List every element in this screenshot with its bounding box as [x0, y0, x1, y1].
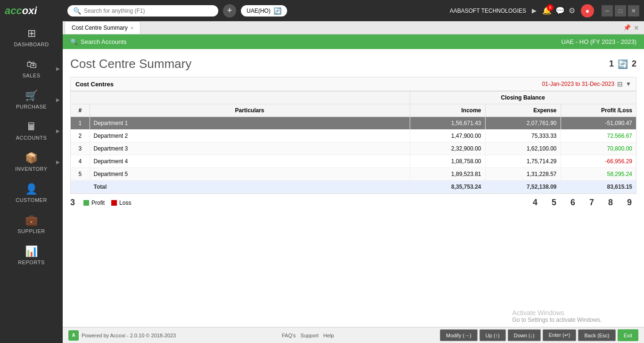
sidebar-item-supplier[interactable]: 💼 SUPPLIER: [0, 209, 63, 240]
table-row[interactable]: 3Department 32,32,900.001,62,100.0070,80…: [71, 142, 636, 155]
back-button[interactable]: Back (Esc): [578, 329, 615, 341]
up-button[interactable]: Up (↑): [479, 329, 506, 341]
customer-icon: 👤: [25, 183, 38, 195]
page-title: Cost Centre Summary: [70, 57, 191, 71]
purchase-icon: 🛒: [25, 90, 38, 102]
col-num: #: [71, 104, 90, 117]
profit-color-box: [83, 200, 89, 206]
maximize-button[interactable]: □: [615, 5, 626, 17]
content-area: Cost Centre Summary 1 🔄 2 Cost Centres 0…: [63, 49, 644, 327]
footer-num-8: 8: [608, 198, 613, 208]
faq-link[interactable]: FAQ's: [282, 333, 296, 338]
total-profit-loss: 83,615.15: [561, 181, 636, 193]
powered-by: Powered by Accoxi - 2.0.10 © 2018-2023: [82, 333, 176, 338]
tab-cost-centre-summary[interactable]: Cost Centre Summary ×: [65, 21, 140, 34]
marker-1: 1: [609, 59, 614, 69]
sidebar-item-label: PURCHASE: [16, 104, 47, 109]
window-area: 🔍 Search Accounts UAE - HO (FY 2023 - 20…: [63, 34, 644, 327]
enter-button[interactable]: Enter (↵): [543, 329, 577, 341]
marker-2: 2: [632, 59, 636, 69]
row-income: 2,32,900.00: [410, 142, 485, 155]
company-refresh-icon[interactable]: 🔄: [273, 7, 281, 15]
filter-icon[interactable]: ⊟: [617, 80, 623, 88]
filter-label: Cost Centres: [75, 81, 114, 88]
row-income: 1,08,758.00: [410, 155, 485, 168]
search-accounts-icon: 🔍: [70, 38, 78, 45]
row-num: 3: [71, 142, 90, 155]
notifications-icon[interactable]: 🔔 8: [542, 6, 552, 15]
minimize-button[interactable]: ─: [602, 5, 613, 17]
sidebar-item-accounts[interactable]: 🖩 ACCOUNTS ▶: [0, 115, 63, 146]
footer-num-6: 6: [570, 198, 575, 208]
row-num: 5: [71, 168, 90, 181]
total-expense: 7,52,138.09: [485, 181, 561, 193]
exit-button[interactable]: Exit: [618, 329, 638, 341]
table-row[interactable]: 1Department 11,56,671.432,07,761.90-51,0…: [71, 117, 636, 130]
sidebar-item-dashboard[interactable]: ⊞ DASHBOARD: [0, 22, 63, 53]
tab-close-icon[interactable]: ×: [131, 25, 133, 31]
row-profit-loss: -66,956.29: [561, 155, 636, 168]
user-avatar[interactable]: ●: [581, 4, 594, 17]
footer-num-9: 9: [627, 198, 632, 208]
notification-badge: 8: [547, 4, 553, 11]
row-name: Department 1: [90, 117, 410, 130]
accounts-icon: 🖩: [26, 121, 37, 133]
search-input[interactable]: [84, 8, 213, 14]
table-row[interactable]: 5Department 51,89,523.811,31,228.5758,29…: [71, 168, 636, 181]
table-row[interactable]: 2Department 21,47,900.0075,333.3372,566.…: [71, 130, 636, 142]
refresh-button[interactable]: 🔄: [618, 59, 628, 69]
row-num: 2: [71, 130, 90, 142]
sales-icon: 🛍: [26, 59, 37, 71]
sidebar-item-sales[interactable]: 🛍 SALES ▶: [0, 53, 63, 84]
main-content: 🔍 + UAE(HO) 🔄 AABASOFT TECHNOLOGIES ▶ 🔔 …: [63, 0, 644, 343]
empty-header: [71, 92, 410, 104]
sidebar-item-label: SALES: [23, 73, 41, 78]
messages-icon[interactable]: 💬: [555, 6, 565, 15]
loss-label: Loss: [119, 200, 131, 206]
tab-bar: Cost Centre Summary × 📌 ✕: [63, 21, 644, 34]
help-link[interactable]: Help: [323, 333, 334, 338]
sidebar-item-label: INVENTORY: [15, 166, 47, 172]
row-profit-loss: 58,295.24: [561, 168, 636, 181]
sidebar-item-purchase[interactable]: 🛒 PURCHASE ▶: [0, 84, 63, 115]
window-close-icon[interactable]: ✕: [634, 24, 639, 32]
down-button[interactable]: Down (↓): [508, 329, 541, 341]
sidebar-item-reports[interactable]: 📊 REPORTS: [0, 240, 63, 271]
profit-legend: Profit: [83, 200, 105, 206]
search-accounts-button[interactable]: 🔍 Search Accounts: [70, 38, 127, 45]
support-link[interactable]: Support: [300, 333, 319, 338]
sidebar-item-inventory[interactable]: 📦 INVENTORY ▶: [0, 146, 63, 177]
table-row[interactable]: 4Department 41,08,758.001,75,714.29-66,9…: [71, 155, 636, 168]
company-name: AABASOFT TECHNOLOGIES: [450, 8, 526, 14]
accounts-arrow: ▶: [56, 128, 60, 134]
loss-color-box: [111, 200, 117, 206]
topbar-icons: 🔔 8 💬 ⚙: [542, 6, 575, 15]
company-selector[interactable]: UAE(HO) 🔄: [241, 5, 287, 17]
table-total-row: Total8,35,753.247,52,138.0983,615.15: [71, 181, 636, 193]
close-button[interactable]: ✕: [628, 5, 639, 17]
modify-button[interactable]: Modify (→): [440, 329, 478, 341]
row-profit-loss: 70,800.00: [561, 142, 636, 155]
settings-icon[interactable]: ⚙: [569, 6, 575, 15]
loss-legend: Loss: [111, 200, 131, 206]
row-income: 1,89,523.81: [410, 168, 485, 181]
search-box[interactable]: 🔍: [67, 5, 218, 17]
row-expense: 1,31,228.57: [485, 168, 561, 181]
page-title-row: Cost Centre Summary 1 🔄 2: [70, 57, 636, 71]
col-profit-loss: Profit /Loss: [561, 104, 636, 117]
row-expense: 1,75,714.29: [485, 155, 561, 168]
supplier-icon: 💼: [25, 214, 38, 226]
legend-number-3: 3: [70, 198, 75, 208]
filter-dropdown-icon[interactable]: ▼: [626, 81, 631, 87]
row-profit-loss: 72,566.67: [561, 130, 636, 142]
bottom-left: A Powered by Accoxi - 2.0.10 © 2018-2023: [68, 330, 176, 341]
add-button[interactable]: +: [223, 4, 236, 17]
company-arrow: ▶: [532, 7, 537, 14]
sidebar-item-customer[interactable]: 👤 CUSTOMER: [0, 177, 63, 209]
sidebar-item-label: SUPPLIER: [17, 228, 45, 234]
pin-icon[interactable]: 📌: [623, 24, 631, 31]
sidebar: accoxi ⊞ DASHBOARD 🛍 SALES ▶ 🛒 PURCHASE …: [0, 0, 63, 343]
green-bar: 🔍 Search Accounts UAE - HO (FY 2023 - 20…: [63, 34, 644, 49]
row-profit-loss: -51,090.47: [561, 117, 636, 130]
fy-info: UAE - HO (FY 2023 - 2023): [561, 38, 636, 45]
